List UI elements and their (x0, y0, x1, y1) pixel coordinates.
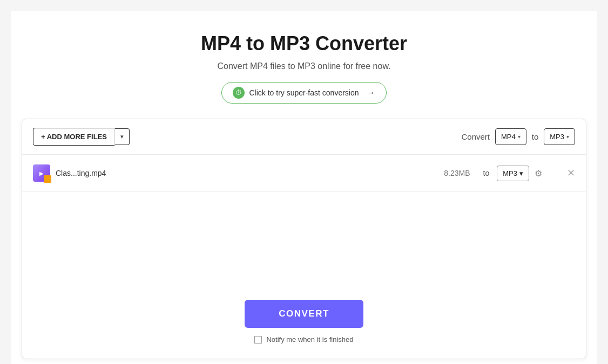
converter-toolbar: + ADD MORE FILES ▾ Convert MP4 ▾ to MP3 … (22, 119, 586, 155)
format-to-select[interactable]: MP3 ▾ (544, 128, 575, 145)
promo-banner[interactable]: ⏱ Click to try super-fast conversion → (221, 82, 386, 104)
promo-text: Click to try super-fast conversion (249, 88, 359, 97)
empty-area (22, 192, 586, 289)
convert-controls: Convert MP4 ▾ to MP3 ▾ (461, 128, 575, 145)
format-from-select[interactable]: MP4 ▾ (495, 128, 526, 145)
file-output-format-value: MP3 (503, 169, 517, 177)
page-title: MP4 to MP3 Converter (201, 32, 407, 55)
to-label: to (532, 132, 539, 141)
notify-checkbox[interactable] (254, 336, 262, 344)
page-wrapper: MP4 to MP3 Converter Convert MP4 files t… (11, 11, 597, 364)
format-from-arrow: ▾ (518, 134, 521, 140)
notify-row: Notify me when it is finished (254, 335, 353, 344)
add-files-dropdown-button[interactable]: ▾ (114, 128, 130, 145)
format-to-value: MP3 (550, 133, 564, 141)
promo-clock-icon: ⏱ (233, 87, 245, 99)
file-row: Clas...ting.mp4 8.23MB to MP3 ▾ ⚙ ✕ (22, 155, 586, 192)
file-output-format-select[interactable]: MP3 ▾ (497, 166, 529, 181)
file-close-icon[interactable]: ✕ (567, 167, 575, 179)
page-subtitle: Convert MP4 files to MP3 online for free… (217, 61, 390, 71)
file-left: Clas...ting.mp4 (33, 164, 141, 182)
file-center: to MP3 ▾ ⚙ (479, 166, 542, 181)
notify-label: Notify me when it is finished (266, 335, 353, 344)
file-name: Clas...ting.mp4 (56, 169, 120, 177)
add-files-group: + ADD MORE FILES ▾ (33, 128, 130, 146)
file-size: 8.23MB (444, 169, 470, 177)
file-output-format-arrow: ▾ (519, 169, 523, 177)
convert-button[interactable]: CONVERT (245, 300, 363, 328)
file-thumbnail-icon (33, 164, 50, 182)
converter-box: + ADD MORE FILES ▾ Convert MP4 ▾ to MP3 … (22, 119, 586, 359)
format-from-value: MP4 (501, 133, 516, 141)
file-to-label: to (483, 169, 490, 177)
add-files-button[interactable]: + ADD MORE FILES (33, 128, 114, 146)
converter-footer: CONVERT Notify me when it is finished (22, 289, 586, 359)
convert-label: Convert (461, 132, 490, 141)
format-to-arrow: ▾ (566, 134, 569, 140)
promo-arrow: → (367, 88, 375, 98)
file-play-indicator (44, 175, 51, 183)
file-settings-icon[interactable]: ⚙ (535, 168, 542, 178)
